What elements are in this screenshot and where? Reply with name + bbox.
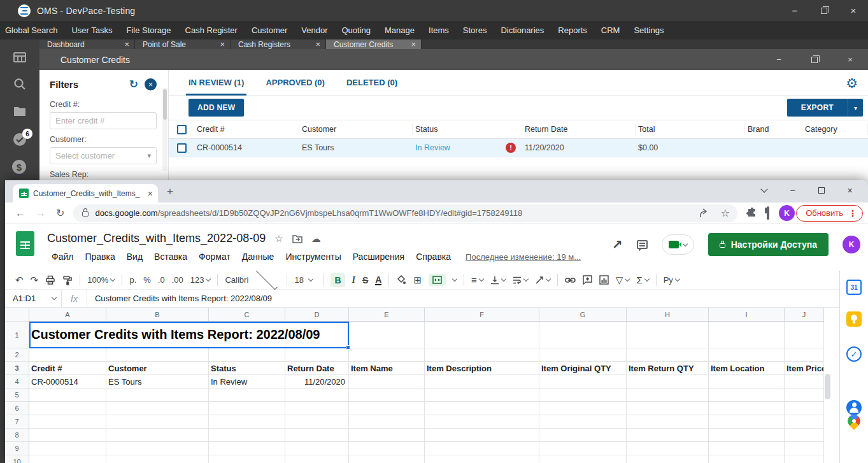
column-header-return-date[interactable]: Return Date bbox=[522, 124, 636, 135]
menu-item-dictionaries[interactable]: Dictionaries bbox=[501, 25, 544, 35]
menu-item-reports[interactable]: Reports bbox=[558, 25, 587, 35]
oms-restore-button[interactable] bbox=[809, 0, 839, 21]
insert-chart-icon[interactable] bbox=[599, 275, 609, 285]
tasks-check-icon[interactable]: 6 bbox=[12, 132, 27, 147]
menu-extensions[interactable]: Расширения bbox=[347, 250, 410, 263]
share-access-button[interactable]: Настройки Доступа bbox=[708, 233, 829, 256]
col-header-h[interactable]: H bbox=[627, 308, 709, 322]
activity-trend-icon[interactable]: ↗ bbox=[612, 237, 623, 252]
sheet-header-cell[interactable]: Credit # bbox=[29, 362, 106, 375]
menu-item-crm[interactable]: CRM bbox=[601, 25, 620, 35]
lock-icon[interactable] bbox=[82, 211, 89, 217]
row-header-10[interactable]: 10 bbox=[5, 455, 29, 463]
menu-item-quoting[interactable]: Quoting bbox=[341, 25, 371, 35]
keep-icon[interactable] bbox=[846, 311, 862, 327]
menu-format[interactable]: Формат bbox=[193, 250, 236, 263]
filter-button[interactable]: ▽ bbox=[616, 274, 630, 286]
increase-decimal-button[interactable]: .00 bbox=[172, 275, 183, 285]
sheet-data-cell[interactable]: CR-0000514 bbox=[29, 375, 106, 388]
menu-item-user-tasks[interactable]: User Tasks bbox=[71, 25, 112, 35]
menu-item-cash-register[interactable]: Cash Register bbox=[185, 25, 238, 35]
column-header-brand[interactable]: Brand bbox=[745, 124, 802, 135]
sheet-header-cell[interactable]: Return Date bbox=[285, 362, 349, 375]
functions-button[interactable]: Σ bbox=[636, 274, 648, 285]
payments-icon[interactable]: $ bbox=[12, 160, 27, 175]
decrease-decimal-button[interactable]: .0 bbox=[158, 275, 165, 285]
insert-link-icon[interactable] bbox=[565, 277, 576, 283]
sheet-header-cell[interactable]: Customer bbox=[106, 362, 209, 375]
corner-box[interactable] bbox=[5, 308, 29, 322]
percent-format-button[interactable]: % bbox=[143, 275, 151, 285]
spreadsheet-grid[interactable]: A B C D E F G H I J 1 Customer Credits w… bbox=[5, 308, 839, 463]
merge-options-chevron-icon[interactable] bbox=[452, 276, 457, 281]
row-header-5[interactable]: 5 bbox=[5, 388, 29, 402]
input-tools-button[interactable]: Ру bbox=[664, 275, 679, 285]
close-tab-icon[interactable]: × bbox=[220, 39, 225, 49]
col-header-a[interactable]: A bbox=[29, 308, 106, 322]
close-filters-icon[interactable]: × bbox=[145, 78, 157, 90]
row-header-9[interactable]: 9 bbox=[5, 442, 29, 455]
text-rotation-button[interactable] bbox=[535, 276, 550, 285]
sheet-data-cell[interactable]: ES Tours bbox=[106, 375, 209, 388]
sheets-profile-avatar[interactable]: K bbox=[843, 236, 860, 253]
sheet-header-cell[interactable]: Item Price bbox=[785, 362, 824, 375]
col-header-d[interactable]: D bbox=[285, 308, 349, 322]
share-icon[interactable] bbox=[700, 208, 711, 218]
menu-item-vendor[interactable]: Vendor bbox=[301, 25, 327, 35]
font-size-select[interactable]: 18 bbox=[294, 275, 316, 285]
filters-scrollbar[interactable] bbox=[162, 88, 167, 171]
italic-button[interactable]: I bbox=[352, 275, 355, 285]
sheet-header-cell[interactable]: Item Return QTY bbox=[627, 362, 709, 375]
strikethrough-button[interactable]: S bbox=[362, 275, 368, 285]
refresh-icon[interactable]: ↻ bbox=[129, 78, 138, 91]
sheet-header-cell[interactable]: Item Name bbox=[349, 362, 425, 375]
last-edit-link[interactable]: Последнее изменение: 19 м... bbox=[466, 252, 581, 262]
row-header-8[interactable]: 8 bbox=[5, 429, 29, 442]
address-bar[interactable]: docs.google.com/spreadsheets/d/1D9b50ZQQ… bbox=[73, 204, 737, 222]
redo-icon[interactable]: ↷ bbox=[31, 274, 39, 286]
inner-minimize-button[interactable]: − bbox=[761, 49, 797, 70]
row-header-1[interactable]: 1 bbox=[5, 322, 29, 348]
document-title[interactable]: Customer_Credits_with_Items_2022-08-09 bbox=[47, 232, 266, 245]
menu-item-file-storage[interactable]: File Storage bbox=[126, 25, 171, 35]
side-panel-icon[interactable] bbox=[767, 208, 769, 219]
sheets-logo-icon[interactable] bbox=[16, 231, 34, 256]
sheet-data-cell[interactable]: 11/20/2020 bbox=[285, 375, 349, 388]
star-icon[interactable]: ☆ bbox=[274, 233, 283, 245]
nav-tab-dashboard[interactable]: Dashboard × bbox=[39, 39, 135, 49]
row-header-2[interactable]: 2 bbox=[5, 348, 29, 362]
name-box[interactable]: A1:D1 bbox=[5, 294, 61, 303]
menu-tools[interactable]: Инструменты bbox=[280, 250, 346, 263]
row-header-3[interactable]: 3 bbox=[5, 362, 29, 375]
forward-button[interactable]: → bbox=[36, 208, 46, 219]
customer-select[interactable]: Select customer ▾ bbox=[50, 147, 157, 164]
search-icon[interactable] bbox=[12, 76, 27, 92]
col-header-f[interactable]: F bbox=[425, 308, 539, 322]
cloud-status-icon[interactable]: ☁ bbox=[311, 233, 321, 245]
browser-update-button[interactable]: Обновить ⋮ bbox=[796, 205, 863, 222]
column-header-customer[interactable]: Customer bbox=[299, 124, 413, 135]
menu-item-stores[interactable]: Stores bbox=[463, 25, 487, 35]
nav-tab-point-of-sale[interactable]: Point of Sale × bbox=[135, 39, 231, 49]
row-header-4[interactable]: 4 bbox=[5, 375, 29, 388]
merge-cells-button[interactable] bbox=[429, 274, 446, 286]
move-to-folder-icon[interactable] bbox=[292, 234, 302, 243]
menu-item-customer[interactable]: Customer bbox=[252, 25, 287, 35]
browser-maximize-button[interactable] bbox=[807, 180, 836, 201]
export-dropdown-button[interactable]: ▾ bbox=[848, 99, 863, 117]
text-wrap-button[interactable] bbox=[513, 276, 528, 285]
tab-in-review[interactable]: IN REVIEW (1) bbox=[189, 70, 244, 96]
close-tab-icon[interactable]: × bbox=[411, 39, 416, 49]
number-format-button[interactable]: 123 bbox=[190, 275, 211, 285]
calendar-icon[interactable]: 31 bbox=[846, 280, 862, 295]
undo-icon[interactable]: ↶ bbox=[15, 274, 24, 286]
contacts-icon[interactable] bbox=[846, 400, 862, 415]
borders-icon[interactable]: ⊞ bbox=[413, 274, 422, 286]
reload-button[interactable]: ↻ bbox=[56, 207, 64, 219]
dashboard-icon[interactable] bbox=[12, 50, 27, 65]
oms-minimize-button[interactable]: − bbox=[780, 0, 809, 21]
col-header-i[interactable]: I bbox=[709, 308, 785, 322]
menu-item-items[interactable]: Items bbox=[429, 25, 449, 35]
horizontal-align-button[interactable]: ≡ bbox=[471, 274, 483, 285]
tab-search-chevron-icon[interactable] bbox=[750, 180, 778, 201]
